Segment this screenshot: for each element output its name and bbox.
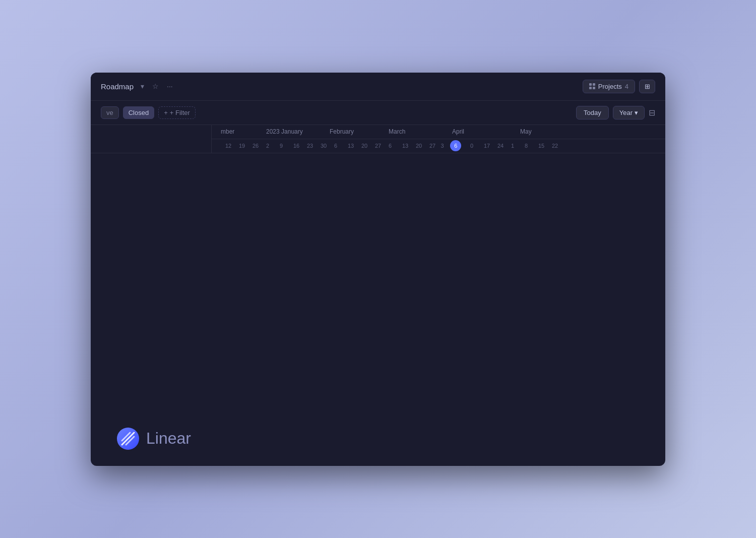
- header-right: Projects 4 ⊞: [583, 80, 655, 93]
- today-button[interactable]: Today: [576, 106, 609, 119]
- logo-text: Linear: [146, 429, 191, 448]
- week-8: 8: [525, 143, 528, 149]
- week-13b: 13: [402, 143, 408, 149]
- chevron-down-icon: ▾: [635, 109, 638, 116]
- projects-label: Projects: [598, 83, 622, 90]
- add-filter-button[interactable]: + + Filter: [158, 106, 196, 119]
- filter-icon-btn[interactable]: ⊞: [639, 80, 655, 93]
- week-16: 16: [293, 143, 299, 149]
- header-left: Roadmap ▾ ☆ ···: [101, 80, 175, 92]
- view-controls: Today Year ▾ ⊟: [576, 106, 655, 119]
- filter-bar: ve Closed + + Filter Today Year ▾ ⊟: [91, 101, 665, 125]
- page-title: Roadmap: [101, 82, 134, 91]
- month-label-mar: March: [389, 128, 405, 135]
- projects-count: 4: [625, 83, 628, 90]
- plus-icon: +: [164, 109, 168, 116]
- linear-logo-icon: [116, 427, 140, 451]
- today-marker: 6: [450, 140, 461, 151]
- week-0: 0: [470, 143, 473, 149]
- week-17: 17: [484, 143, 490, 149]
- app-window: Roadmap ▾ ☆ ··· Projects 4 ⊞: [91, 73, 665, 466]
- week-13a: 13: [348, 143, 354, 149]
- week-24: 24: [497, 143, 503, 149]
- linear-logo: Linear: [116, 427, 191, 451]
- timeline-months: mber 2023 January February March April M…: [212, 125, 665, 153]
- layers-icon: ⊞: [645, 83, 650, 90]
- chevron-down-icon[interactable]: ▾: [139, 80, 146, 92]
- week-9: 9: [280, 143, 283, 149]
- month-label-may: May: [520, 128, 532, 135]
- more-icon[interactable]: ···: [165, 80, 175, 92]
- week-19: 19: [239, 143, 245, 149]
- week-15: 15: [538, 143, 544, 149]
- year-button[interactable]: Year ▾: [613, 106, 645, 119]
- month-label: mber: [221, 128, 234, 135]
- projects-button[interactable]: Projects 4: [583, 80, 635, 93]
- week-6a: 6: [334, 143, 337, 149]
- row-prefix: [91, 125, 212, 153]
- week-2: 2: [266, 143, 269, 149]
- week-27b: 27: [429, 143, 435, 149]
- star-icon[interactable]: ☆: [150, 80, 161, 92]
- week-23: 23: [307, 143, 313, 149]
- timeline-header: mber 2023 January February March April M…: [91, 125, 665, 153]
- grid-view-icon[interactable]: ⊟: [649, 108, 655, 117]
- week-1: 1: [511, 143, 514, 149]
- month-label-apr: April: [452, 128, 464, 135]
- week-20a: 20: [361, 143, 367, 149]
- grid-icon: [589, 83, 595, 89]
- header: Roadmap ▾ ☆ ··· Projects 4 ⊞: [91, 73, 665, 101]
- week-30: 30: [321, 143, 327, 149]
- week-20b: 20: [416, 143, 422, 149]
- week-12: 12: [225, 143, 231, 149]
- week-27a: 27: [375, 143, 381, 149]
- month-label-feb: February: [330, 128, 354, 135]
- header-icons: ▾ ☆ ···: [139, 80, 175, 92]
- week-22: 22: [552, 143, 558, 149]
- week-3: 3: [441, 143, 444, 149]
- filter-closed[interactable]: Closed: [123, 106, 154, 119]
- filter-active[interactable]: ve: [101, 106, 119, 119]
- week-26: 26: [253, 143, 259, 149]
- week-6b: 6: [389, 143, 392, 149]
- month-label-jan: 2023 January: [266, 128, 303, 135]
